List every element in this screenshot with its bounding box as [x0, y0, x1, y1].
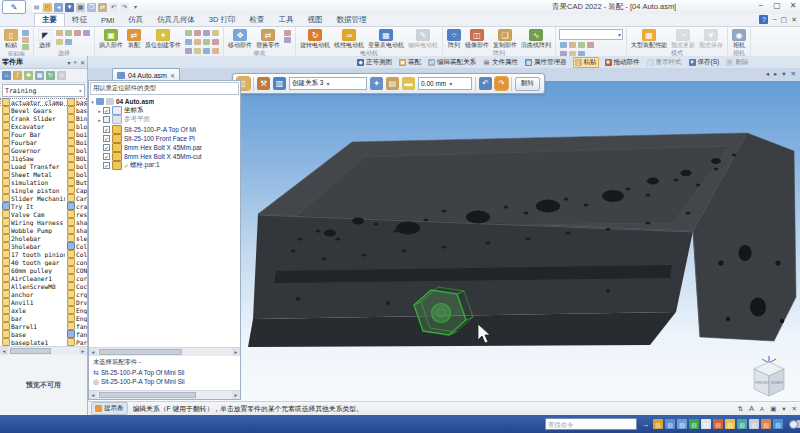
- list-item[interactable]: single_pistonCap: [0, 186, 87, 194]
- list-item[interactable]: AllenScrewM8Coc: [0, 282, 87, 290]
- pin-icon[interactable]: ⌖: [74, 59, 77, 66]
- customize-icon[interactable]: ▾: [131, 3, 140, 12]
- small-icon[interactable]: [74, 30, 81, 36]
- visibility-checkbox[interactable]: ✓: [103, 153, 110, 160]
- button-相机[interactable]: ◉相机: [731, 28, 747, 49]
- list-item[interactable]: barEng: [0, 314, 87, 322]
- small-icon[interactable]: [212, 30, 219, 36]
- button-镜像部件[interactable]: ◫镜像部件: [464, 28, 490, 49]
- view-cube[interactable]: FRONT RIGHT: [746, 355, 792, 399]
- viewbar-编辑装配关系[interactable]: ⇄编辑装配关系: [427, 58, 477, 67]
- print-icon[interactable]: ▦: [76, 3, 85, 12]
- button-变量表电动机[interactable]: ▦变量表电动机: [367, 28, 405, 49]
- button-移动部件[interactable]: ✥移动部件: [227, 28, 253, 49]
- tab-数据管理[interactable]: 数据管理: [330, 14, 374, 26]
- dock-icon[interactable]: ▣: [770, 405, 776, 413]
- capture-fit-icon[interactable]: ✦: [370, 77, 383, 90]
- mdi-minimize-button[interactable]: −: [772, 16, 776, 23]
- button-选择[interactable]: ◤选择: [37, 28, 53, 49]
- visibility-checkbox[interactable]: ✓: [103, 162, 110, 169]
- list-item[interactable]: simulationBut: [0, 178, 87, 186]
- save-icon[interactable]: ▼: [65, 3, 74, 12]
- mdi-close-button[interactable]: ✕: [791, 16, 797, 24]
- tab-仿真几何体[interactable]: 仿真几何体: [150, 14, 202, 26]
- visible-edges-icon[interactable]: ▧: [761, 419, 771, 429]
- tree-node[interactable]: ✓8mm Hex Bolt X 45Mm.par: [89, 143, 240, 152]
- button-阵列[interactable]: ⁘阵列: [446, 28, 462, 49]
- relation-row[interactable]: ⇆Slt-25-100-P-A Top Of Mini Sli: [89, 368, 240, 377]
- list-item[interactable]: Wiring Harnesssha: [0, 218, 87, 226]
- new-icon[interactable]: ▤: [32, 3, 41, 12]
- small-icon[interactable]: [212, 48, 219, 54]
- relations-hscrollbar[interactable]: ◂▸: [89, 390, 240, 399]
- small-icon[interactable]: [194, 30, 201, 36]
- tab-next-icon[interactable]: ▸: [774, 70, 777, 78]
- tree-node[interactable]: ✓✓螺栓.par:1: [89, 161, 240, 170]
- dropdown-icon[interactable]: ▾: [68, 59, 71, 66]
- small-icon[interactable]: [284, 30, 291, 36]
- button-替换零件[interactable]: ⇄替换零件: [255, 28, 281, 49]
- tree-root[interactable]: ▾04 Auto.asm: [89, 97, 240, 106]
- button-旋转电动机[interactable]: ↻旋转电动机: [299, 28, 331, 49]
- list-item[interactable]: actuator clampbas: [0, 98, 87, 106]
- flip-button[interactable]: 翻转: [515, 77, 540, 91]
- panel-close-icon[interactable]: ✕: [80, 59, 85, 66]
- button-沿曲线阵列[interactable]: ∿沿曲线阵列: [520, 28, 552, 49]
- restore-button[interactable]: ▢: [772, 1, 782, 10]
- small-icon[interactable]: [203, 39, 210, 45]
- views-icon[interactable]: ▦: [35, 71, 44, 80]
- list-item[interactable]: Valve Camres: [0, 210, 87, 218]
- viewbar-装配[interactable]: ▣装配: [398, 58, 422, 67]
- rotate-cw-icon[interactable]: ↷: [495, 77, 508, 90]
- small-icon[interactable]: [587, 42, 594, 48]
- assistant-icon[interactable]: ▧: [653, 419, 663, 429]
- tab-工具[interactable]: 工具: [272, 14, 301, 26]
- tab-PMI[interactable]: PMI: [94, 15, 121, 26]
- font-increase-icon[interactable]: A: [749, 404, 754, 413]
- tree-node[interactable]: ▸✓坐标系: [89, 106, 240, 115]
- window-area-icon[interactable]: ▧: [773, 419, 783, 429]
- viewbar-保存(S)[interactable]: ▼保存(S): [688, 58, 721, 67]
- close-button[interactable]: ✕: [788, 1, 798, 10]
- shading-icon[interactable]: ▧: [737, 419, 747, 429]
- new-folder-icon[interactable]: ✚: [24, 71, 33, 80]
- up-folder-icon[interactable]: ⤴: [13, 71, 22, 80]
- small-icon[interactable]: [569, 42, 576, 48]
- scroll-prompt-icon[interactable]: ⇅: [738, 405, 743, 413]
- pan-icon[interactable]: ▧: [701, 419, 711, 429]
- small-icon[interactable]: [185, 48, 192, 54]
- list-item[interactable]: Slider_MechanismCar: [0, 194, 87, 202]
- button-大型装配性能[interactable]: ▦大型装配性能: [630, 28, 668, 49]
- button-插入部件[interactable]: ▣插入部件: [98, 28, 124, 49]
- tab-list-icon[interactable]: ▾: [782, 70, 785, 78]
- refresh-icon[interactable]: ↻: [46, 71, 55, 80]
- button-粘贴[interactable]: ▯粘贴: [3, 28, 19, 49]
- fit-icon[interactable]: ▧: [689, 419, 699, 429]
- small-icon[interactable]: [578, 42, 585, 48]
- tab-主要[interactable]: 主要: [34, 13, 65, 26]
- list-item[interactable]: Barrel1fan: [0, 322, 87, 330]
- viewbar-属性管理器[interactable]: ▦属性管理器: [524, 58, 568, 67]
- help-icon[interactable]: ?: [759, 15, 768, 24]
- switch-icon[interactable]: ⇄: [98, 3, 107, 12]
- small-icon[interactable]: [56, 39, 63, 45]
- list-item[interactable]: anchorcrg: [0, 290, 87, 298]
- window-icon[interactable]: ❒: [87, 3, 96, 12]
- list-item[interactable]: 17_tooth_pinionCol: [0, 250, 87, 258]
- list-item[interactable]: Governorbol: [0, 146, 87, 154]
- tab-close-all-icon[interactable]: ✕: [791, 70, 796, 78]
- list-item[interactable]: Wobble Pumpsha: [0, 226, 87, 234]
- zoom-area-icon[interactable]: ▧: [665, 419, 675, 429]
- run-command-icon[interactable]: →: [641, 420, 649, 429]
- visibility-checkbox[interactable]: ✓: [103, 135, 110, 142]
- mdi-restore-button[interactable]: ▢: [781, 16, 788, 24]
- minimize-button[interactable]: −: [756, 1, 766, 10]
- visibility-checkbox[interactable]: ✓: [103, 144, 110, 151]
- list-item[interactable]: 3holebarCol: [0, 242, 87, 250]
- small-icon[interactable]: [284, 37, 291, 43]
- button-装配[interactable]: ⇄装配: [126, 28, 142, 49]
- small-icon[interactable]: [185, 30, 192, 36]
- small-icon[interactable]: [194, 39, 201, 45]
- library-hscrollbar[interactable]: ◂▸: [0, 346, 87, 355]
- button-线性电动机[interactable]: ⇒线性电动机: [333, 28, 365, 49]
